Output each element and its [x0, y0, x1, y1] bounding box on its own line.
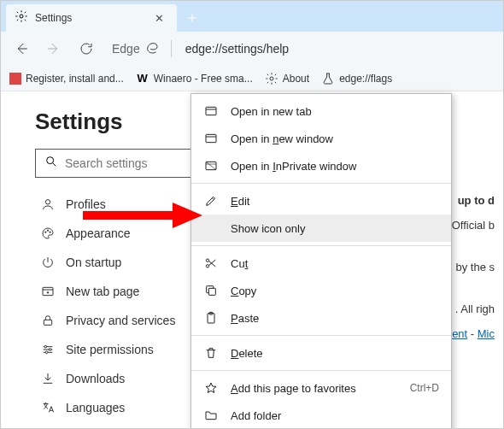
lock-icon	[40, 314, 56, 327]
ctx-copy[interactable]: Copy	[191, 277, 451, 304]
ctx-open-new-window[interactable]: Open in new window	[191, 125, 451, 152]
ctx-cut[interactable]: Cut	[191, 250, 451, 277]
nav-label: Site permissions	[66, 343, 154, 356]
clipboard-icon	[203, 310, 219, 326]
tab-title: Settings	[35, 12, 144, 24]
ctx-label: Edit	[231, 195, 249, 208]
flask-icon	[321, 72, 335, 85]
refresh-button[interactable]	[73, 35, 100, 62]
ctx-label: Delete	[231, 347, 263, 360]
newtab-icon	[40, 285, 56, 298]
svg-point-10	[49, 349, 51, 351]
bookmark-label: Winaero - Free sma...	[154, 73, 253, 85]
nav-label: New tab page	[66, 285, 139, 298]
bookmark-icon: W	[136, 72, 149, 85]
address-prefix: Edge	[105, 41, 166, 57]
ctx-separator	[191, 370, 451, 371]
toolbar: Edge edge://settings/help	[1, 32, 503, 66]
inprivate-icon	[203, 158, 219, 173]
ctx-label: Add this page to favorites	[231, 382, 356, 395]
language-icon	[40, 401, 56, 414]
power-icon	[40, 256, 56, 269]
ctx-show-icon-only[interactable]: Show icon only	[191, 214, 451, 242]
address-separator	[171, 40, 172, 57]
window-icon	[203, 103, 219, 119]
ctx-separator	[191, 245, 451, 246]
edge-logo-icon	[145, 41, 159, 57]
svg-rect-8	[44, 320, 51, 325]
ctx-shortcut: Ctrl+D	[410, 382, 439, 394]
sliders-icon	[40, 343, 56, 356]
titlebar: Settings ✕	[1, 1, 503, 32]
person-icon	[40, 197, 56, 211]
pencil-icon	[203, 193, 219, 209]
window-icon	[203, 131, 219, 146]
svg-rect-12	[206, 107, 216, 115]
ctx-label: Add folder	[231, 409, 281, 422]
ctx-label: Cut	[231, 257, 248, 270]
ctx-paste[interactable]: Paste	[191, 304, 451, 332]
ctx-label: Open in new tab	[231, 105, 312, 118]
svg-rect-13	[206, 134, 216, 142]
back-button[interactable]	[8, 35, 35, 62]
close-tab-button[interactable]: ✕	[150, 10, 168, 26]
ctx-add-folder[interactable]: Add folder	[191, 402, 451, 429]
bookmark-label: About	[283, 73, 309, 85]
ctx-separator	[191, 183, 451, 184]
nav-label: Languages	[66, 401, 125, 414]
nav-label: On startup	[66, 256, 121, 269]
ctx-add-favorite[interactable]: Add this page to favorites Ctrl+D	[191, 374, 451, 402]
bookmark-label: Register, install and...	[26, 73, 124, 85]
nav-label: Downloads	[66, 372, 125, 385]
ctx-separator	[191, 335, 451, 336]
svg-point-5	[47, 230, 48, 231]
address-url[interactable]: edge://settings/help	[177, 42, 289, 56]
ctx-open-inprivate[interactable]: Open in InPrivate window	[191, 152, 451, 179]
scissors-icon	[203, 256, 219, 271]
svg-point-2	[47, 157, 54, 164]
svg-marker-21	[173, 203, 202, 228]
bookmark-register[interactable]: Register, install and...	[9, 73, 124, 85]
svg-point-6	[50, 232, 50, 232]
annotation-arrow	[83, 203, 202, 232]
ctx-open-new-tab[interactable]: Open in new tab	[191, 97, 451, 125]
bookmark-flags[interactable]: edge://flags	[321, 72, 392, 85]
ctx-delete[interactable]: Delete	[191, 339, 451, 367]
svg-rect-17	[208, 288, 215, 295]
star-icon	[203, 380, 219, 396]
svg-point-11	[45, 351, 48, 354]
browser-tab[interactable]: Settings ✕	[6, 4, 177, 32]
context-menu: Open in new tab Open in new window Open …	[190, 93, 452, 429]
address-prefix-label: Edge	[112, 42, 140, 56]
gear-icon	[265, 72, 278, 85]
bookmark-icon	[9, 73, 21, 85]
ctx-label: Show icon only	[231, 222, 305, 235]
copy-icon	[203, 283, 219, 298]
forward-button[interactable]	[40, 35, 67, 62]
ctx-edit[interactable]: Edit	[191, 187, 451, 214]
svg-point-9	[44, 345, 47, 348]
nav-label: Privacy and services	[66, 314, 175, 327]
svg-point-1	[270, 77, 273, 80]
bookmarks-bar: Register, install and... W Winaero - Fre…	[1, 66, 503, 91]
ctx-label: Copy	[231, 285, 256, 297]
svg-point-4	[45, 232, 46, 232]
bookmark-label: edge://flags	[339, 73, 392, 85]
paint-icon	[40, 226, 56, 240]
blank-icon	[203, 220, 219, 236]
gear-icon	[15, 9, 28, 26]
folder-icon	[203, 408, 219, 423]
svg-point-3	[45, 200, 50, 204]
search-icon	[44, 155, 58, 172]
svg-point-0	[20, 15, 23, 18]
new-tab-button[interactable]	[180, 6, 204, 30]
bookmark-winaero[interactable]: W Winaero - Free sma...	[136, 72, 253, 85]
ctx-label: Open in new window	[231, 132, 333, 145]
ctx-label: Paste	[231, 312, 259, 325]
trash-icon	[203, 345, 219, 361]
bookmark-about[interactable]: About	[265, 72, 309, 85]
ctx-label: Open in InPrivate window	[231, 160, 356, 173]
download-icon	[40, 372, 56, 385]
